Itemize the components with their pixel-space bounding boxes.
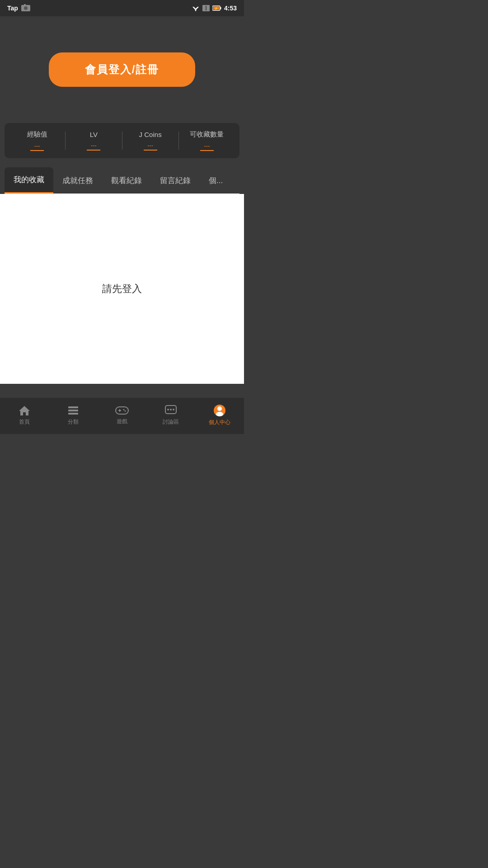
tab-comment-history[interactable]: 留言紀錄 — [151, 168, 200, 193]
stat-collectibles-value: --- — [200, 142, 214, 151]
nav-discussion[interactable]: 討論區 — [146, 405, 195, 426]
chat-icon — [164, 405, 177, 416]
please-login-message: 請先登入 — [102, 282, 142, 296]
svg-marker-12 — [19, 406, 30, 415]
signal-icon — [202, 5, 210, 11]
stat-coins-value: --- — [144, 142, 157, 151]
svg-point-24 — [173, 409, 174, 410]
stat-experience: 經驗值 --- — [9, 130, 65, 151]
person-icon — [213, 404, 226, 417]
nav-games-label: 遊戲 — [117, 418, 127, 425]
time: 4:53 — [224, 5, 237, 12]
stats-bar: 經驗值 --- LV --- J Coins --- 可收藏數量 --- — [5, 123, 239, 158]
nav-categories-label: 分類 — [68, 418, 79, 426]
tab-achievements[interactable]: 成就任務 — [53, 168, 102, 193]
svg-point-27 — [216, 412, 223, 416]
svg-point-22 — [167, 409, 169, 410]
login-register-button[interactable]: 會員登入/註冊 — [49, 52, 196, 87]
svg-point-20 — [125, 410, 126, 411]
svg-rect-14 — [68, 410, 78, 411]
svg-rect-16 — [116, 407, 128, 414]
tab-watch-history[interactable]: 觀看紀錄 — [102, 168, 151, 193]
svg-rect-9 — [220, 7, 221, 9]
login-area: 會員登入/註冊 — [0, 16, 244, 123]
main-content: 會員登入/註冊 經驗值 --- LV --- J Coins --- 可收藏數量… — [0, 16, 244, 194]
home-icon — [18, 405, 31, 416]
nav-profile-label: 個人中心 — [209, 419, 230, 426]
tab-my-collection[interactable]: 我的收藏 — [5, 167, 53, 193]
svg-text:⚡: ⚡ — [214, 6, 218, 10]
content-area: 請先登入 — [0, 194, 244, 384]
wifi-icon — [192, 5, 200, 11]
nav-categories[interactable]: 分類 — [49, 405, 98, 426]
svg-rect-2 — [24, 4, 26, 5]
stat-experience-label: 經驗值 — [27, 130, 47, 139]
layers-icon — [67, 405, 80, 416]
bottom-nav: 首頁 分類 遊戲 討論區 — [0, 398, 244, 434]
stat-coins-label: J Coins — [139, 131, 162, 138]
svg-rect-15 — [68, 413, 78, 415]
stat-collectibles: 可收藏數量 --- — [179, 130, 235, 151]
stat-level: LV --- — [66, 131, 122, 151]
stat-level-value: --- — [87, 142, 100, 151]
svg-point-26 — [217, 406, 222, 411]
app-name: Tap — [7, 5, 18, 12]
stat-level-label: LV — [90, 131, 98, 138]
svg-rect-13 — [68, 406, 78, 408]
svg-point-19 — [123, 409, 125, 410]
stat-experience-value: --- — [30, 142, 44, 151]
svg-point-23 — [170, 409, 172, 410]
photo-icon — [21, 4, 31, 12]
status-left: Tap — [7, 4, 31, 12]
tabs-container: 我的收藏 成就任務 觀看紀錄 留言紀錄 個... — [5, 167, 239, 194]
nav-home[interactable]: 首頁 — [0, 405, 49, 426]
svg-point-5 — [195, 10, 196, 11]
stat-coins: J Coins --- — [122, 131, 178, 151]
gamepad-icon — [115, 405, 129, 416]
status-right: ⚡ 4:53 — [192, 5, 237, 12]
nav-discussion-label: 討論區 — [163, 418, 179, 426]
nav-profile[interactable]: 個人中心 — [195, 404, 244, 426]
stat-collectibles-label: 可收藏數量 — [190, 130, 224, 139]
tab-profile[interactable]: 個... — [200, 168, 232, 193]
nav-games[interactable]: 遊戲 — [98, 405, 146, 425]
nav-home-label: 首頁 — [19, 418, 30, 426]
svg-point-1 — [24, 6, 28, 10]
battery-icon: ⚡ — [212, 5, 221, 11]
status-bar: Tap ⚡ 4:53 — [0, 0, 244, 16]
